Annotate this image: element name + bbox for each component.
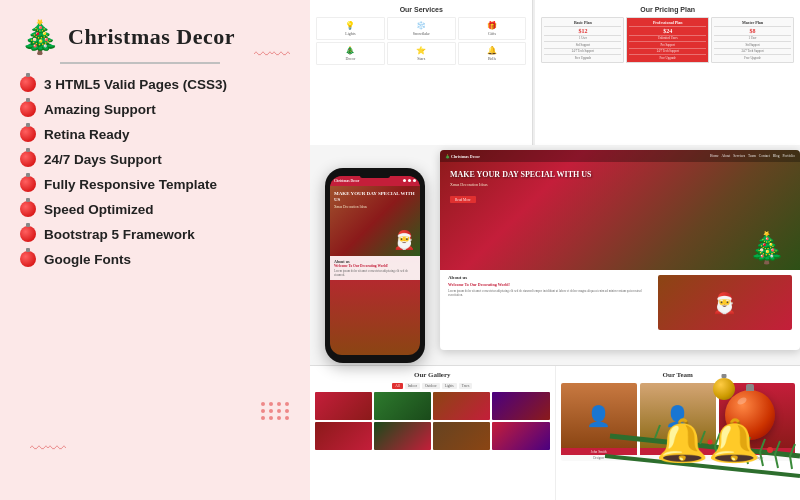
- ornament-icon: [20, 126, 36, 142]
- service-card: ❄️ Snowflake: [387, 17, 456, 40]
- gallery-preview: Our Gallery All Indoor Outdoor Lights Tr…: [310, 366, 556, 500]
- phone-frame: Christmas Decor MAKE YOUR DAY SPECIAL WI…: [325, 168, 425, 363]
- desktop-nav: 🎄 Christmas Decor Home About Services Te…: [440, 150, 800, 162]
- desktop-about-subtitle: Welcome To Our Decorating World!: [448, 282, 650, 287]
- ornament-icon: [20, 101, 36, 117]
- gallery-grid: [315, 392, 550, 450]
- services-preview: Our Services 💡 Lights ❄️ Snowflake 🎁 Gif…: [310, 0, 533, 145]
- bell-icon: 🔔: [462, 46, 523, 55]
- service-card: 💡 Lights: [316, 17, 385, 40]
- phone-notch: [360, 173, 390, 178]
- phone-about-subtitle: Welcome To Our Decorating World!: [334, 264, 416, 268]
- list-item: Amazing Support: [20, 101, 290, 117]
- list-item: 24/7 Days Support: [20, 151, 290, 167]
- svg-point-47: [767, 447, 773, 453]
- list-item: Google Fonts: [20, 251, 290, 267]
- list-item: Fully Responsive Template: [20, 176, 290, 192]
- desktop-about-body: Lorem ipsum dolor sit amet consectetur a…: [448, 289, 650, 297]
- wavy-decoration-top: 〰〰: [254, 45, 290, 66]
- filter-all[interactable]: All: [392, 383, 402, 389]
- desktop-hero-title: MAKE YOUR DAY SPECIAL WITH US: [450, 170, 591, 180]
- phone-screen: Christmas Decor MAKE YOUR DAY SPECIAL WI…: [330, 176, 420, 355]
- service-label: Decor: [320, 56, 381, 61]
- phone-about-section: About us Welcome To Our Decorating World…: [330, 256, 420, 280]
- price-col-master: Master Plan $8 1 User Std Support 24/7 T…: [711, 17, 794, 63]
- gallery-image: [492, 392, 549, 420]
- desktop-screen: 🎄 Christmas Decor Home About Services Te…: [440, 150, 800, 350]
- gallery-image: [433, 422, 490, 450]
- service-label: Lights: [320, 31, 381, 36]
- gallery-image: [315, 422, 372, 450]
- price-col-professional: Professional Plan $24 Unlimited Users Pr…: [626, 17, 709, 63]
- gallery-image: [315, 392, 372, 420]
- list-item: Bootstrap 5 Framework: [20, 226, 290, 242]
- services-grid: 💡 Lights ❄️ Snowflake 🎁 Gifts 🎄 Decor ⭐: [316, 17, 526, 65]
- ornament-icon: [20, 76, 36, 92]
- star-icon: ⭐: [391, 46, 452, 55]
- desktop-about-image: 🎅: [658, 275, 792, 330]
- filter-trees[interactable]: Trees: [459, 383, 473, 389]
- lights-icon: 💡: [320, 21, 381, 30]
- features-list: 3 HTML5 Valid Pages (CSS3) Amazing Suppo…: [20, 76, 290, 267]
- desktop-about-text: About us Welcome To Our Decorating World…: [448, 275, 650, 330]
- desktop-hero: 🎄 Christmas Decor Home About Services Te…: [440, 150, 800, 270]
- logo-title: Christmas Decor: [68, 24, 235, 50]
- service-label: Snowflake: [391, 31, 452, 36]
- desktop-about-title: About us: [448, 275, 650, 280]
- desktop-nav-logo: 🎄 Christmas Decor: [445, 154, 480, 159]
- gallery-image: [374, 392, 431, 420]
- pricing-title: Our Pricing Plan: [541, 6, 794, 13]
- bells-decoration: 🔔🔔: [656, 416, 760, 465]
- desktop-hero-text: MAKE YOUR DAY SPECIAL WITH US Xmas Decor…: [450, 170, 591, 205]
- logo-underline: [60, 62, 220, 64]
- gallery-image: [433, 392, 490, 420]
- ornament-icon: [20, 151, 36, 167]
- desktop-nav-items: Home About Services Team Contact Blog Po…: [710, 154, 795, 158]
- list-item: Retina Ready: [20, 126, 290, 142]
- ornament-icon: [20, 226, 36, 242]
- service-label: Stars: [391, 56, 452, 61]
- service-card: 🔔 Bells: [458, 42, 527, 65]
- dots-decoration: [261, 402, 290, 420]
- desktop-hero-subtitle: Xmas Decoration Ideas: [450, 182, 591, 187]
- service-card: ⭐ Stars: [387, 42, 456, 65]
- phone-hero-text: MAKE YOUR DAY SPECIAL WITH US Xmas Decor…: [330, 186, 420, 214]
- desktop-mockup: 🎄 Christmas Decor Home About Services Te…: [440, 145, 800, 365]
- phone-hero-subtitle: Xmas Decoration Ideas: [334, 205, 416, 209]
- logo-area: 🎄 Christmas Decor: [20, 18, 290, 56]
- santa-icon: 🎅: [393, 229, 415, 251]
- filter-indoor[interactable]: Indoor: [405, 383, 420, 389]
- phone-mockup: Christmas Decor MAKE YOUR DAY SPECIAL WI…: [310, 155, 440, 375]
- service-card: 🎄 Decor: [316, 42, 385, 65]
- gallery-image: [492, 422, 549, 450]
- left-panel: 🎄 Christmas Decor 3 HTML5 Valid Pages (C…: [0, 0, 310, 500]
- wavy-decoration-bottom: 〰〰: [30, 439, 66, 460]
- filter-lights[interactable]: Lights: [442, 383, 457, 389]
- phone-hero-title: MAKE YOUR DAY SPECIAL WITH US: [334, 191, 416, 204]
- gifts-icon: 🎁: [462, 21, 523, 30]
- top-previews: Our Services 💡 Lights ❄️ Snowflake 🎁 Gif…: [310, 0, 800, 145]
- list-item: 3 HTML5 Valid Pages (CSS3): [20, 76, 290, 92]
- phone-hero-image: MAKE YOUR DAY SPECIAL WITH US Xmas Decor…: [330, 186, 420, 256]
- list-item: Speed Optimized: [20, 201, 290, 217]
- decor-icon: 🎄: [320, 46, 381, 55]
- tree-icon: 🎄: [20, 18, 60, 56]
- service-label: Bells: [462, 56, 523, 61]
- snowflake-icon: ❄️: [391, 21, 452, 30]
- price-col-basic: Basic Plan $12 1 User Std Support 24/7 T…: [541, 17, 624, 63]
- desktop-tree-icon: 🎄: [748, 230, 785, 265]
- main-showcase: Christmas Decor MAKE YOUR DAY SPECIAL WI…: [310, 145, 800, 365]
- filter-outdoor[interactable]: Outdoor: [422, 383, 440, 389]
- svg-line-41: [790, 456, 792, 469]
- service-card: 🎁 Gifts: [458, 17, 527, 40]
- pricing-table: Basic Plan $12 1 User Std Support 24/7 T…: [541, 17, 794, 63]
- pricing-preview: Our Pricing Plan Basic Plan $12 1 User S…: [535, 0, 800, 145]
- desktop-read-more-button[interactable]: Read More: [450, 196, 476, 203]
- ornament-icon: [20, 201, 36, 217]
- service-label: Gifts: [462, 31, 523, 36]
- ornament-icon: [20, 251, 36, 267]
- ornament-icon: [20, 176, 36, 192]
- gallery-filter: All Indoor Outdoor Lights Trees: [315, 383, 550, 389]
- gallery-image: [374, 422, 431, 450]
- desktop-about-section: About us Welcome To Our Decorating World…: [440, 270, 800, 335]
